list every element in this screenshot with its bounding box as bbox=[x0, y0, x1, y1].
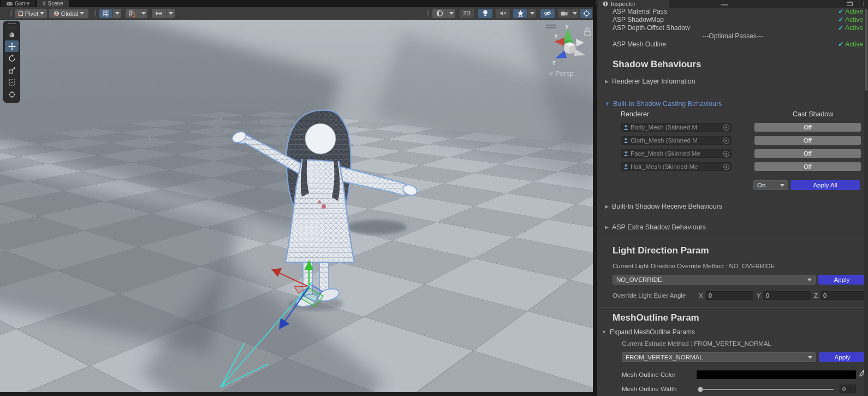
gizmo-cone-right[interactable] bbox=[576, 39, 584, 46]
tab-inspector[interactable]: Inspector bbox=[598, 0, 669, 8]
batch-cast-shadow-dropdown[interactable]: On bbox=[753, 180, 788, 190]
rotate-tool-button[interactable] bbox=[5, 52, 19, 64]
scrollbar-thumb[interactable] bbox=[865, 9, 867, 91]
scene-effects-button[interactable] bbox=[513, 9, 527, 18]
pass-status: ✓Active bbox=[838, 40, 863, 48]
scene-visibility-button[interactable] bbox=[540, 9, 555, 18]
move-tool-button[interactable] bbox=[5, 40, 19, 52]
gizmo-label-y: y bbox=[566, 22, 569, 29]
pivot-dropdown[interactable]: Pivot bbox=[15, 9, 47, 18]
scene-camera-dropdown[interactable] bbox=[570, 9, 579, 18]
tab-scene[interactable]: # Scene bbox=[37, 0, 69, 7]
chevron-down-icon bbox=[573, 12, 577, 15]
skinned-mesh-icon bbox=[623, 151, 629, 157]
expand-meshoutline-foldout[interactable]: ▼Expand MeshOutline Params bbox=[602, 328, 695, 336]
renderer-layer-info-foldout[interactable]: ▶Renderer Layer Information bbox=[605, 78, 695, 85]
foldout-arrow-icon: ▶ bbox=[605, 224, 609, 230]
scene-lighting-button[interactable] bbox=[478, 9, 492, 18]
shadow-casting-foldout[interactable]: ▼Built-In Shadow Casting Behaviours bbox=[605, 100, 722, 108]
section-divider bbox=[601, 239, 865, 239]
tab-scene-label: Scene bbox=[48, 1, 63, 7]
column-header-cast-shadow: Cast Shadow bbox=[793, 110, 833, 118]
light-bulb-icon bbox=[483, 10, 488, 17]
gizmo-cone-y[interactable] bbox=[563, 29, 573, 42]
tab-game[interactable]: Game bbox=[1, 0, 35, 7]
renderer-name: Hair_Mesh (Skinned Me bbox=[631, 163, 722, 170]
gizmos-button[interactable] bbox=[580, 9, 592, 18]
ruler-icon bbox=[155, 10, 163, 16]
euler-z-input[interactable] bbox=[821, 291, 865, 300]
grid-visibility-dropdown[interactable] bbox=[113, 9, 121, 18]
mesh-outline-width-input[interactable] bbox=[840, 385, 856, 393]
euler-y-input[interactable] bbox=[763, 291, 811, 300]
light-override-method-dropdown[interactable]: NO_OVERRIDE bbox=[613, 275, 816, 285]
optional-passes-divider: ---Optional Passes--- bbox=[597, 32, 868, 40]
shadow-receive-foldout[interactable]: ▶Built-In Shadow Receive Behaviours bbox=[605, 203, 722, 210]
scene-camera-button[interactable] bbox=[558, 9, 570, 18]
renderer-name: Cloth_Mesh (Skinned M bbox=[631, 137, 722, 144]
object-picker-icon[interactable] bbox=[723, 164, 729, 170]
mesh-outline-width-slider[interactable] bbox=[699, 389, 834, 390]
globe-icon bbox=[53, 10, 60, 16]
chevron-down-icon bbox=[169, 12, 173, 15]
window-icon[interactable] bbox=[847, 2, 853, 6]
global-dropdown[interactable]: Global bbox=[49, 9, 88, 18]
pass-name: ASP Material Pass bbox=[613, 8, 667, 15]
overlay-menu-icon[interactable] bbox=[546, 25, 556, 28]
renderer-object-field[interactable]: Body_Mesh (Skinned M bbox=[621, 123, 732, 132]
extrude-method-dropdown[interactable]: FROM_VERTEX_NORMAL bbox=[622, 352, 816, 362]
chevron-down-icon bbox=[115, 12, 120, 15]
inspector-scrollbar[interactable] bbox=[864, 8, 868, 396]
audio-muted-icon bbox=[500, 10, 507, 16]
scene-effects-dropdown[interactable] bbox=[528, 9, 536, 18]
chevron-down-icon bbox=[780, 184, 784, 187]
scene-audio-button[interactable] bbox=[496, 9, 510, 18]
lock-icon[interactable] bbox=[585, 28, 590, 36]
toolbar-handle[interactable] bbox=[10, 10, 10, 16]
kebab-menu-icon[interactable]: ⋮ bbox=[861, 1, 866, 6]
gizmo-cone-x[interactable] bbox=[554, 38, 564, 46]
asp-extra-shadow-foldout[interactable]: ▶ASP Extra Shadow Behaviours bbox=[605, 223, 706, 231]
toggle-2d-button[interactable]: 2D bbox=[460, 9, 474, 18]
shading-mode-dropdown[interactable] bbox=[447, 9, 455, 18]
outline-apply-button[interactable]: Apply bbox=[819, 352, 866, 362]
persp-toggle[interactable]: < Persp bbox=[549, 70, 574, 78]
snap-increment-button[interactable] bbox=[152, 9, 166, 18]
object-picker-icon[interactable] bbox=[723, 138, 729, 144]
grid-snap-button[interactable] bbox=[126, 9, 139, 18]
grid-snap-dropdown[interactable] bbox=[139, 9, 147, 18]
palette-drag-handle[interactable] bbox=[8, 23, 16, 27]
grid-visibility-button[interactable]: Y bbox=[99, 9, 112, 18]
renderer-object-field[interactable]: Face_Mesh (Skinned Me bbox=[621, 149, 732, 158]
chevron-down-icon bbox=[80, 12, 84, 15]
check-icon: ✓ bbox=[838, 40, 843, 48]
apply-all-button[interactable]: Apply All bbox=[790, 180, 860, 190]
chevron-down-icon bbox=[807, 279, 812, 281]
light-apply-button[interactable]: Apply bbox=[818, 275, 865, 285]
renderer-object-field[interactable]: Hair_Mesh (Skinned Me bbox=[621, 162, 732, 171]
shading-mode-button[interactable] bbox=[432, 9, 447, 18]
column-header-renderer: Renderer bbox=[621, 110, 649, 118]
scene-viewport[interactable]: y x z < Persp Game # Scene bbox=[0, 0, 593, 396]
scale-tool-button[interactable] bbox=[5, 64, 19, 76]
slider-knob[interactable] bbox=[698, 387, 703, 392]
pane-splitter[interactable]: ⋮ bbox=[593, 0, 597, 396]
snap-increment-dropdown[interactable] bbox=[167, 9, 175, 18]
gizmo-label-x: x bbox=[555, 32, 558, 39]
transform-tool-button[interactable] bbox=[5, 88, 19, 100]
object-picker-icon[interactable] bbox=[723, 151, 729, 157]
scene-tabbar: Game # Scene bbox=[0, 0, 593, 7]
cast-shadow-button[interactable]: Off bbox=[754, 149, 861, 158]
object-picker-icon[interactable] bbox=[723, 125, 729, 131]
cast-shadow-button[interactable]: Off bbox=[754, 136, 861, 145]
renderer-name: Body_Mesh (Skinned M bbox=[631, 124, 722, 131]
gizmo-label-z: z bbox=[552, 59, 556, 66]
mesh-outline-color-swatch[interactable] bbox=[697, 370, 856, 379]
euler-x-input[interactable] bbox=[706, 291, 753, 300]
shadow-behaviours-heading: Shadow Behaviours bbox=[613, 59, 701, 70]
cast-shadow-button[interactable]: Off bbox=[754, 123, 861, 132]
renderer-object-field[interactable]: Cloth_Mesh (Skinned M bbox=[621, 136, 732, 145]
rect-tool-button[interactable] bbox=[5, 76, 19, 88]
cast-shadow-button[interactable]: Off bbox=[754, 162, 861, 171]
hand-tool-button[interactable] bbox=[5, 28, 19, 40]
